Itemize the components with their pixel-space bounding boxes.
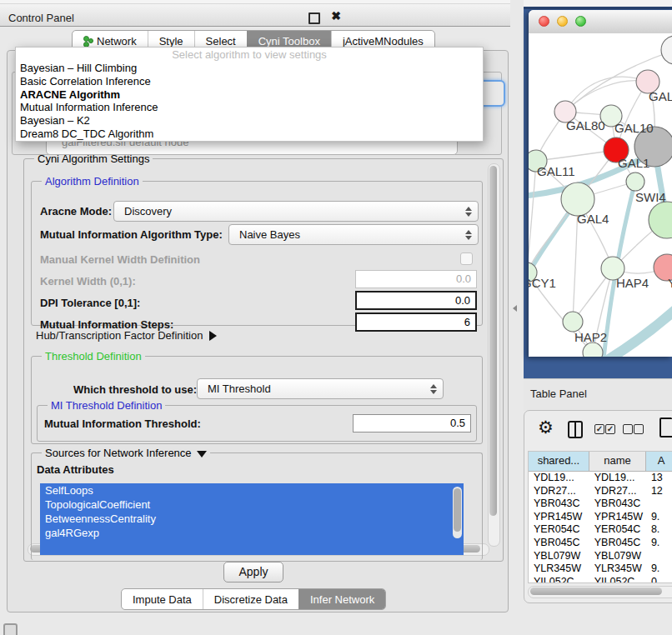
table-row[interactable]: YBR043CYBR043C <box>529 498 672 511</box>
table-row[interactable]: YER054CYER054C8. <box>529 523 672 537</box>
kernel-width-field[interactable]: 0.0 <box>355 270 477 288</box>
table-cell: 9. <box>646 562 672 576</box>
stepper-arrows-icon <box>465 230 472 240</box>
dpi-tolerance-label: DPI Tolerance [0,1]: <box>40 297 140 309</box>
sources-title: Sources for Network Inference <box>42 447 210 459</box>
mi-type-label: Mutual Information Algorithm Type: <box>40 228 223 241</box>
data-attribute-item[interactable]: TopologicalCoefficient <box>40 498 464 512</box>
tab-impute-data[interactable]: Impute Data <box>122 589 203 609</box>
hub-definition-expander[interactable]: Hub/Transcription Factor Definition <box>36 329 217 342</box>
network-node-gal4[interactable] <box>561 182 594 216</box>
select-all-icon[interactable]: ✓ <box>605 424 615 434</box>
select-all-icon[interactable]: ✓ <box>594 424 604 434</box>
node-label: GAL11 <box>537 164 575 178</box>
table-horizontal-scrollbar[interactable] <box>528 586 672 598</box>
aracne-mode-combo[interactable]: Discovery <box>113 201 479 222</box>
mi-threshold-field[interactable]: 0.5 <box>353 414 471 432</box>
zoom-light-green[interactable] <box>575 16 586 27</box>
network-node[interactable] <box>649 202 672 238</box>
table-header-row: shared... name A <box>529 452 672 472</box>
algorithm-option[interactable]: Dream8 DC_TDC Algorithm <box>16 128 483 141</box>
data-attributes-label: Data Attributes <box>37 463 114 476</box>
divider-collapse-handle[interactable] <box>513 305 517 312</box>
data-attribute-item[interactable]: SelfLoops <box>40 483 464 498</box>
deselect-all-icon[interactable] <box>623 424 633 434</box>
close-icon[interactable]: ✖ <box>331 9 341 22</box>
column-header-name[interactable]: name <box>589 452 646 471</box>
which-threshold-label: Which threshold to use: <box>73 383 197 396</box>
document-icon[interactable] <box>659 418 672 438</box>
settings-vscroll-thumb[interactable] <box>489 166 497 516</box>
node-label: GAL2 <box>649 89 672 103</box>
which-threshold-combo[interactable]: MI Threshold <box>197 378 444 399</box>
apply-button[interactable]: Apply <box>223 562 283 582</box>
tab-impute-data-label: Impute Data <box>133 590 192 609</box>
data-attribute-item[interactable]: gal4RGexp <box>40 526 464 540</box>
threshold-definition-title: Threshold Definition <box>42 350 145 362</box>
mi-threshold-group: MI Threshold Definition Mutual Informati… <box>37 405 477 442</box>
data-attributes-list[interactable]: SelfLoopsTopologicalCoefficientBetweenne… <box>40 483 464 555</box>
gear-icon[interactable]: ⚙ <box>538 419 554 436</box>
settings-vertical-scrollbar[interactable] <box>488 163 500 547</box>
column-header-partial[interactable]: A <box>646 452 672 471</box>
network-canvas[interactable]: GAL2GAL80GAL10GAL1GAL11SWI4GAL4GCY1HAP4Y… <box>529 33 672 357</box>
table-cell: 0. <box>646 576 672 583</box>
cyni-algorithm-settings-group: Cyni Algorithm Settings Algorithm Defini… <box>23 158 504 562</box>
close-light-red[interactable] <box>539 16 549 27</box>
deselect-all-icon[interactable] <box>634 424 644 434</box>
dpi-tolerance-field[interactable]: 0.0 <box>355 291 477 310</box>
table-hscroll-thumb[interactable] <box>530 588 662 595</box>
hub-definition-label: Hub/Transcription Factor Definition <box>36 329 203 342</box>
network-node-hap2[interactable] <box>563 312 583 332</box>
table-row[interactable]: YBL079WYBL079W <box>529 550 672 563</box>
algorithm-option[interactable]: Bayesian – K2 <box>16 114 483 128</box>
algorithm-option[interactable]: Mutual Information Inference <box>16 101 483 114</box>
control-panel-titlebar: Control Panel ✖ <box>0 3 510 27</box>
column-header-shared-name[interactable]: shared... <box>529 452 589 471</box>
node-label: Y <box>668 276 672 290</box>
table-row[interactable]: YDR27...YDR27...12 <box>529 485 672 498</box>
dropdown-prompt: Select algorithm to view settings <box>16 48 483 62</box>
network-node[interactable] <box>661 36 672 64</box>
manual-kernel-checkbox[interactable] <box>460 252 473 265</box>
node-label: GAL4 <box>577 212 609 226</box>
stepper-arrows-icon <box>430 384 437 394</box>
node-label: HAP2 <box>574 330 607 344</box>
float-window-icon[interactable] <box>308 12 320 24</box>
table-cell: YDL19... <box>529 472 589 485</box>
mi-type-combo[interactable]: Naive Bayes <box>228 224 479 245</box>
column-browser-icon[interactable] <box>568 421 583 438</box>
split-pane-divider[interactable] <box>510 25 524 635</box>
algorithm-dropdown-popup: Select algorithm to view settings Bayesi… <box>15 47 484 142</box>
mi-steps-field[interactable]: 6 <box>355 312 477 332</box>
list-vertical-scrollbar[interactable] <box>453 487 462 538</box>
list-vscroll-thumb[interactable] <box>454 488 461 532</box>
table-cell: YBR045C <box>529 537 589 550</box>
minimize-light-yellow[interactable] <box>557 16 568 27</box>
table-row[interactable]: YIL052CYIL052C0. <box>529 576 672 583</box>
table-cell: 9. <box>646 537 672 550</box>
network-window-titlebar[interactable] <box>529 10 672 34</box>
data-attribute-item[interactable]: BetweennessCentrality <box>40 512 464 526</box>
table-row[interactable]: YBR045CYBR045C9. <box>529 537 672 550</box>
node-label: GAL1 <box>618 156 649 170</box>
tab-infer-network[interactable]: Infer Network <box>298 589 385 609</box>
algorithm-option[interactable]: ARACNE Algorithm <box>16 88 483 102</box>
network-node-swi4[interactable] <box>626 172 644 191</box>
panel-title: Control Panel <box>8 12 74 24</box>
tab-discretize-data-label: Discretize Data <box>214 590 288 609</box>
table-row[interactable]: YPR145WYPR145W9. <box>529 511 672 524</box>
tab-discretize-data[interactable]: Discretize Data <box>203 589 298 609</box>
table-panel-card: ⚙ ✓ ✓ shared... name A YDL19...YDL19...1… <box>524 410 672 603</box>
restore-panel-icon[interactable] <box>3 623 18 635</box>
algorithm-option[interactable]: Basic Correlation Inference <box>16 75 483 88</box>
stepper-arrows-icon <box>465 207 472 217</box>
table-row[interactable]: YDL19...YDL19...13 <box>529 472 672 485</box>
algorithm-option[interactable]: Bayesian – Hill Climbing <box>16 62 483 75</box>
table-cell: YER054C <box>529 523 589 537</box>
table-row[interactable]: YLR345WYLR345W9. <box>529 562 672 576</box>
table-cell <box>646 550 672 563</box>
table-cell: YLR345W <box>529 562 589 576</box>
table-cell: YBL079W <box>529 550 589 563</box>
table-cell: YBR043C <box>589 498 646 511</box>
